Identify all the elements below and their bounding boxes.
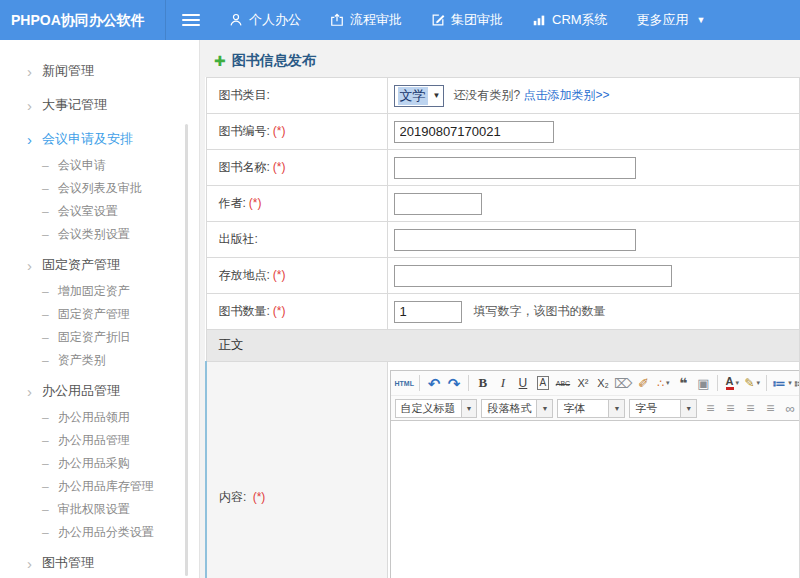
sidebar-item-会议申请[interactable]: –会议申请 (0, 154, 199, 177)
sidebar-item-会议类别设置[interactable]: –会议类别设置 (0, 223, 199, 246)
sidebar-item-资产类别[interactable]: –资产类别 (0, 349, 199, 372)
paste-icon[interactable]: ▣ (694, 374, 712, 393)
app-logo: PHPOA协同办公软件 (0, 0, 166, 40)
form-row: 图书名称:(*) (206, 150, 800, 186)
sidebar-item-固定资产管理[interactable]: –固定资产管理 (0, 303, 199, 326)
ordered-list-icon[interactable]: ≔▾ (772, 374, 791, 393)
subscript-icon[interactable]: X₂ (594, 374, 612, 393)
highlight-icon[interactable]: ✎▾ (743, 374, 761, 393)
hamburger-menu-icon[interactable] (182, 11, 200, 29)
char-border-icon[interactable]: A (534, 374, 552, 393)
topbar-item-group-approval[interactable]: 集团审批 (431, 11, 503, 29)
main-content: ✚ 图书信息发布 图书类目:文学▼还没有类别? 点击添加类别>>图书编号:(*)… (200, 40, 800, 578)
sidebar-group-固定资产管理[interactable]: ›固定资产管理 (0, 250, 199, 280)
sidebar-item-固定资产折旧[interactable]: –固定资产折旧 (0, 326, 199, 349)
align-right-icon[interactable]: ≡ (741, 399, 759, 418)
topbar-item-flow-approval[interactable]: 流程审批 (330, 11, 402, 29)
italic-icon[interactable]: I (494, 374, 512, 393)
field-图书编号[interactable] (394, 121, 554, 143)
sidebar-item-办公用品分类设置[interactable]: –办公用品分类设置 (0, 521, 199, 544)
link-icon[interactable]: ∞ (781, 399, 799, 418)
caret-down-icon: ▾ (736, 379, 740, 387)
rich-text-editor: HTML↶↷BIUAABCX²X₂⌦✐∴▾❝▣A▾✎▾≔▾≔▾ 自定义标题▼段落… (390, 370, 800, 578)
required-marker: (*) (249, 196, 262, 210)
custom-title-select[interactable]: 自定义标题▼ (395, 399, 478, 418)
content-label: 内容: (219, 490, 246, 504)
book-form-table: 图书类目:文学▼还没有类别? 点击添加类别>>图书编号:(*)图书名称:(*)作… (205, 77, 800, 578)
topbar-item-personal-office[interactable]: 个人办公 (229, 11, 301, 29)
align-center-icon[interactable]: ≡ (721, 399, 739, 418)
sidebar-group-办公用品管理[interactable]: ›办公用品管理 (0, 376, 199, 406)
sidebar-item-会议列表及审批[interactable]: –会议列表及审批 (0, 177, 199, 200)
field-存放地点[interactable] (394, 265, 672, 287)
dash-icon: – (42, 526, 49, 540)
sidebar-scrollbar[interactable] (185, 124, 188, 576)
bar-chart-icon (532, 13, 546, 27)
required-marker: (*) (273, 160, 286, 174)
align-left-icon[interactable]: ≡ (701, 399, 719, 418)
paragraph-format-select[interactable]: 段落格式▼ (481, 399, 553, 418)
caret-down-icon: ▼ (608, 400, 624, 417)
bold-icon[interactable]: B (474, 374, 492, 393)
sidebar-item-办公用品采购[interactable]: –办公用品采购 (0, 452, 199, 475)
editor-content-area[interactable] (391, 421, 800, 578)
no-category-text: 还没有类别? (453, 88, 520, 102)
format-brush-icon[interactable]: ✐ (634, 374, 652, 393)
undo-icon[interactable]: ↶ (425, 374, 443, 393)
unordered-list-icon[interactable]: ≔▾ (794, 374, 799, 393)
dash-icon: – (42, 457, 49, 471)
dash-icon: – (42, 228, 49, 242)
dash-icon: – (42, 354, 49, 368)
sidebar-item-办公用品库存管理[interactable]: –办公用品库存管理 (0, 475, 199, 498)
section-header: 正文 (206, 330, 800, 362)
section-header-row: 正文 (206, 330, 800, 362)
chevron-right-icon: › (27, 98, 32, 113)
superscript-icon[interactable]: X² (574, 374, 592, 393)
toolbar-separator (717, 375, 718, 391)
sidebar-group-新闻管理[interactable]: ›新闻管理 (0, 56, 199, 86)
field-图书名称[interactable] (394, 157, 636, 179)
font-family-select[interactable]: 字体▼ (557, 399, 625, 418)
topbar-item-crm-system[interactable]: CRM系统 (532, 11, 608, 29)
caret-down-icon: ▼ (680, 400, 696, 417)
field-作者[interactable] (394, 193, 482, 215)
strikethrough-icon[interactable]: ABC (554, 374, 572, 393)
redo-icon[interactable]: ↷ (445, 374, 463, 393)
form-row: 图书编号:(*) (206, 114, 800, 150)
sidebar-item-会议室设置[interactable]: –会议室设置 (0, 200, 199, 223)
caret-down-icon: ▼ (433, 91, 441, 100)
field-出版社[interactable] (394, 229, 636, 251)
sidebar-group-会议申请及安排[interactable]: ›会议申请及安排 (0, 124, 199, 154)
sidebar-group-图书管理[interactable]: ›图书管理 (0, 548, 199, 578)
edit-square-icon (431, 13, 445, 27)
sidebar-group-大事记管理[interactable]: ›大事记管理 (0, 90, 199, 120)
font-size-select[interactable]: 字号▼ (629, 399, 697, 418)
underline-icon[interactable]: U (514, 374, 532, 393)
flow-approval-icon (330, 13, 344, 27)
caret-down-icon: ▼ (461, 400, 477, 417)
align-justify-icon[interactable]: ≡ (761, 399, 779, 418)
dash-icon: – (42, 411, 49, 425)
chevron-right-icon: › (27, 64, 32, 79)
font-color-icon[interactable]: A▾ (723, 374, 741, 393)
eraser-icon[interactable]: ⌦ (614, 374, 632, 393)
field-图书数量[interactable] (394, 301, 462, 323)
sidebar-item-审批权限设置[interactable]: –审批权限设置 (0, 498, 199, 521)
topbar-menu: 个人办公 流程审批 集团审批 (200, 11, 706, 29)
form-row: 存放地点:(*) (206, 258, 800, 294)
sidebar-item-增加固定资产[interactable]: –增加固定资产 (0, 280, 199, 303)
plus-icon: ✚ (214, 54, 226, 68)
add-category-link[interactable]: 点击添加类别>> (523, 88, 609, 102)
chevron-right-icon: › (27, 384, 32, 399)
book-category-select[interactable]: 文学▼ (394, 85, 445, 107)
form-table-body: 图书类目:文学▼还没有类别? 点击添加类别>>图书编号:(*)图书名称:(*)作… (206, 78, 800, 330)
caret-down-icon: ▾ (757, 379, 761, 387)
blockquote-icon[interactable]: ❝ (674, 374, 692, 393)
required-marker: (*) (273, 268, 286, 282)
html-source-icon[interactable]: HTML (395, 374, 414, 393)
sidebar-item-办公用品领用[interactable]: –办公用品领用 (0, 406, 199, 429)
auto-typeset-icon[interactable]: ∴▾ (654, 374, 672, 393)
sidebar-item-办公用品管理[interactable]: –办公用品管理 (0, 429, 199, 452)
topbar-item-more-apps[interactable]: 更多应用 ▼ (637, 11, 706, 29)
toolbar-separator (419, 375, 420, 391)
